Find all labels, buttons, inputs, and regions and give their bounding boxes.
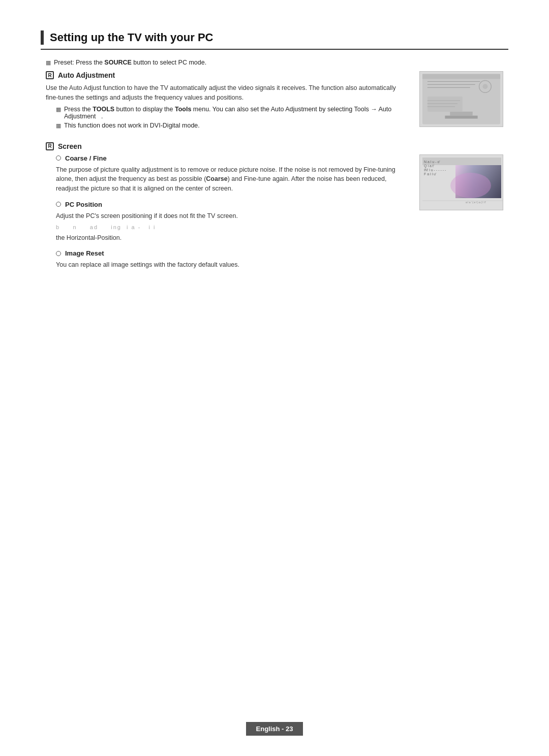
coarse-fine-heading: Coarse / Fine — [56, 154, 409, 162]
screen-two-col: Coarse / Fine The purpose of picture qua… — [46, 154, 503, 277]
page-title: Setting up the TV with your PC — [50, 31, 213, 44]
screen-cal-image: N a l u - o' Q i a t' IN' l u - - - - - … — [419, 154, 503, 210]
dvi-note-text: This function does not work in DVI-Digit… — [64, 122, 200, 129]
title-bar-decoration — [41, 30, 44, 45]
tools-icon: ▩ — [56, 106, 61, 113]
svg-point-22 — [450, 173, 491, 198]
image-reset-body: You can replace all image settings with … — [56, 260, 409, 270]
svg-text:N a l u - o': N a l u - o' — [424, 160, 440, 164]
svg-text:a l a ' ( e l ) a ( l l l': a l a ' ( e l ) a ( l l l' — [466, 201, 486, 204]
svg-text:Q i a t': Q i a t' — [424, 164, 434, 168]
tools-note-wrapper: ▩ Press the TOOLS button to display the … — [46, 106, 409, 129]
pc-position-partial-text: the Horizontal-Position. — [56, 233, 409, 243]
screen-section: R Screen Coarse / Fine The purpose of pi… — [46, 142, 503, 277]
bullet-image-reset — [56, 251, 61, 256]
memo-icon: ▦ — [46, 59, 51, 66]
auto-adjustment-section: R Auto Adjustment Use the Auto Adjust fu… — [46, 71, 503, 132]
footer-badge: English - 23 — [246, 722, 303, 736]
screen-image-col: N a l u - o' Q i a t' IN' l u - - - - - … — [419, 154, 503, 210]
svg-rect-10 — [428, 97, 463, 112]
coarse-fine-section: Coarse / Fine The purpose of picture qua… — [46, 154, 409, 194]
auto-adjustment-label: Auto Adjustment — [58, 71, 115, 79]
svg-text:IN' l u - - - - - -: IN' l u - - - - - - — [424, 168, 446, 172]
preset-note: ▦ Preset: Press the SOURCE button to sel… — [46, 59, 503, 66]
bullet-pc-position — [56, 202, 61, 207]
screen-cal-svg: N a l u - o' Q i a t' IN' l u - - - - - … — [420, 155, 503, 210]
svg-text:F a l l u': F a l l u' — [424, 172, 436, 176]
pc-position-partial-row: b n ad ing i a - i i — [56, 224, 409, 230]
svg-point-9 — [482, 84, 487, 89]
r-icon-auto: R — [46, 71, 54, 79]
content-area: ▦ Preset: Press the SOURCE button to sel… — [41, 59, 508, 277]
tv-image — [419, 71, 503, 127]
svg-rect-4 — [422, 74, 500, 79]
screen-label: Screen — [58, 142, 82, 150]
image-reset-heading: Image Reset — [56, 249, 409, 257]
svg-rect-2 — [450, 112, 472, 116]
pc-position-section: PC Position Adjust the PC's screen posit… — [46, 201, 409, 243]
auto-adjustment-text-col: R Auto Adjustment Use the Auto Adjust fu… — [46, 71, 409, 132]
preset-note-text: Preset: Press the SOURCE button to selec… — [54, 59, 206, 66]
pc-position-heading: PC Position — [56, 201, 409, 208]
auto-adjustment-heading: R Auto Adjustment — [46, 71, 409, 79]
pc-position-label: PC Position — [65, 201, 102, 208]
blurred-partial-2: i a - i i — [127, 224, 156, 230]
blurred-partial-1: b n ad ing — [56, 224, 121, 230]
image-reset-section: Image Reset You can replace all image se… — [46, 249, 409, 270]
auto-adjustment-body: Use the Auto Adjust function to have the… — [46, 83, 409, 103]
coarse-fine-body: The purpose of picture quality adjustmen… — [56, 165, 409, 194]
bullet-coarse-fine — [56, 155, 61, 161]
image-reset-label: Image Reset — [65, 249, 104, 257]
footer: English - 23 — [0, 722, 549, 736]
tools-note-line: ▩ Press the TOOLS button to display the … — [56, 106, 409, 120]
coarse-fine-label: Coarse / Fine — [65, 154, 107, 162]
section-title: Setting up the TV with your PC — [41, 30, 508, 50]
screen-heading: R Screen — [46, 142, 503, 150]
auto-adjustment-two-col: R Auto Adjustment Use the Auto Adjust fu… — [46, 71, 503, 132]
pc-position-body: Adjust the PC's screen positioning if it… — [56, 211, 409, 221]
svg-rect-3 — [445, 116, 477, 119]
auto-adjustment-image-col — [419, 71, 503, 127]
tv-svg — [420, 71, 503, 127]
r-icon-screen: R — [46, 142, 54, 150]
page: Setting up the TV with your PC ▦ Preset:… — [0, 0, 549, 756]
dvi-note-line: ▦ This function does not work in DVI-Dig… — [56, 122, 409, 129]
footer-label: English - 23 — [256, 725, 293, 733]
screen-text-col: Coarse / Fine The purpose of picture qua… — [46, 154, 409, 277]
tools-note-text: Press the TOOLS button to display the To… — [64, 106, 409, 120]
memo-icon-dvi: ▦ — [56, 122, 61, 129]
